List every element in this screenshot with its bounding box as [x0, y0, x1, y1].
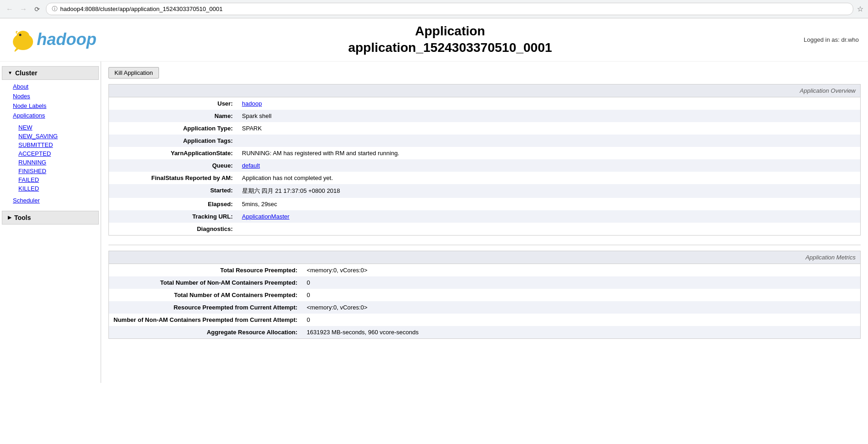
overview-row-name: Name: Spark shell	[109, 110, 861, 122]
total-preempted-label: Total Resource Preempted:	[109, 264, 302, 276]
sidebar-item-nodes[interactable]: Nodes	[9, 91, 101, 101]
name-label: Name:	[109, 110, 238, 122]
overview-row-app-tags: Application Tags:	[109, 135, 861, 147]
sidebar-item-killed[interactable]: KILLED	[17, 184, 101, 193]
sidebar-item-submitted[interactable]: SUBMITTED	[17, 141, 101, 149]
bookmark-star-button[interactable]: ☆	[857, 5, 863, 13]
resource-preempted-value: <memory:0, vCores:0>	[302, 301, 860, 314]
am-preempted-label: Total Number of AM Containers Preempted:	[109, 289, 302, 301]
svg-point-3	[19, 34, 22, 36]
metrics-row-resource-preempted: Resource Preempted from Current Attempt:…	[109, 301, 861, 314]
scheduler-link-area: Scheduler	[0, 194, 101, 207]
non-am-current-label: Number of Non-AM Containers Preempted fr…	[109, 314, 302, 326]
hadoop-text-logo: hadoop	[37, 30, 96, 49]
sidebar-item-failed[interactable]: FAILED	[17, 175, 101, 184]
aggregate-label: Aggregate Resource Allocation:	[109, 326, 302, 339]
browser-chrome: ← → ⟳ ⓘ ☆	[0, 0, 868, 18]
sidebar-item-node-labels[interactable]: Node Labels	[9, 101, 101, 111]
sidebar: ▼ Cluster About Nodes Node Labels Applic…	[0, 62, 101, 383]
lock-icon: ⓘ	[52, 5, 57, 13]
yarn-state-label: YarnApplicationState:	[109, 147, 238, 159]
overview-row-elapsed: Elapsed: 5mins, 29sec	[109, 198, 861, 210]
overview-row-tracking-url: Tracking URL: ApplicationMaster	[109, 210, 861, 223]
kill-application-button[interactable]: Kill Application	[108, 67, 159, 79]
sidebar-item-new[interactable]: NEW	[17, 123, 101, 132]
elapsed-label: Elapsed:	[109, 198, 238, 210]
sidebar-item-applications[interactable]: Applications	[9, 111, 101, 120]
cluster-triangle-icon: ▼	[8, 70, 12, 75]
content-area: Kill Application Application Overview Us…	[101, 62, 868, 354]
name-value: Spark shell	[238, 110, 861, 122]
non-am-current-value: 0	[302, 314, 860, 326]
cluster-section-header[interactable]: ▼ Cluster	[2, 66, 99, 80]
tracking-url-link[interactable]: ApplicationMaster	[242, 213, 289, 220]
user-label: User:	[109, 97, 238, 110]
queue-value: default	[238, 159, 861, 172]
queue-label: Queue:	[109, 159, 238, 172]
tools-label: Tools	[14, 214, 31, 221]
metrics-section-label: Application Metrics	[109, 251, 861, 264]
started-value: 星期六 四月 21 17:37:05 +0800 2018	[238, 184, 861, 198]
elapsed-value: 5mins, 29sec	[238, 198, 861, 210]
app-tags-value	[238, 135, 861, 147]
cluster-section: ▼ Cluster About Nodes Node Labels Applic…	[0, 66, 101, 207]
final-status-label: FinalStatus Reported by AM:	[109, 172, 238, 184]
final-status-value: Application has not completed yet.	[238, 172, 861, 184]
overview-header-row: Application Overview	[109, 84, 861, 97]
tracking-url-value: ApplicationMaster	[238, 210, 861, 223]
tools-section-header[interactable]: ▶ Tools	[2, 211, 99, 225]
application-metrics-table: Application Metrics Total Resource Preem…	[108, 251, 861, 339]
overview-row-yarn-state: YarnApplicationState: RUNNING: AM has re…	[109, 147, 861, 159]
overview-section-label: Application Overview	[109, 84, 861, 97]
application-overview-table: Application Overview User: hadoop Name: …	[108, 84, 861, 236]
page-title: Application application_1524303370510_00…	[96, 23, 804, 56]
sidebar-item-running[interactable]: RUNNING	[17, 158, 101, 167]
overview-row-queue: Queue: default	[109, 159, 861, 172]
app-tags-label: Application Tags:	[109, 135, 238, 147]
diagnostics-value	[238, 223, 861, 236]
queue-link[interactable]: default	[242, 162, 260, 169]
cluster-label: Cluster	[15, 69, 37, 77]
non-am-preempted-label: Total Number of Non-AM Containers Preemp…	[109, 276, 302, 289]
metrics-row-non-am-current: Number of Non-AM Containers Preempted fr…	[109, 314, 861, 326]
non-am-preempted-value: 0	[302, 276, 860, 289]
sidebar-item-accepted[interactable]: ACCEPTED	[17, 149, 101, 158]
overview-row-started: Started: 星期六 四月 21 17:37:05 +0800 2018	[109, 184, 861, 198]
sidebar-item-finished[interactable]: FINISHED	[17, 167, 101, 175]
overview-row-app-type: Application Type: SPARK	[109, 122, 861, 135]
metrics-row-total-preempted: Total Resource Preempted: <memory:0, vCo…	[109, 264, 861, 276]
logo-area: hadoop	[9, 27, 96, 52]
refresh-button[interactable]: ⟳	[32, 4, 42, 14]
back-button[interactable]: ←	[5, 4, 15, 14]
sidebar-item-about[interactable]: About	[9, 82, 101, 91]
address-bar: ⓘ	[46, 3, 853, 15]
overview-row-final-status: FinalStatus Reported by AM: Application …	[109, 172, 861, 184]
tracking-url-label: Tracking URL:	[109, 210, 238, 223]
url-input[interactable]	[60, 6, 847, 12]
sidebar-item-scheduler[interactable]: Scheduler	[9, 196, 101, 205]
resource-preempted-label: Resource Preempted from Current Attempt:	[109, 301, 302, 314]
overview-row-diagnostics: Diagnostics:	[109, 223, 861, 236]
sidebar-item-new-saving[interactable]: NEW_SAVING	[17, 132, 101, 141]
section-divider	[108, 245, 861, 245]
aggregate-value: 1631923 MB-seconds, 960 vcore-seconds	[302, 326, 860, 339]
diagnostics-label: Diagnostics:	[109, 223, 238, 236]
app-type-value: SPARK	[238, 122, 861, 135]
cluster-links: About Nodes Node Labels Applications	[0, 80, 101, 122]
metrics-header-row: Application Metrics	[109, 251, 861, 264]
yarn-state-value: RUNNING: AM has registered with RM and s…	[238, 147, 861, 159]
tools-section: ▶ Tools	[0, 211, 101, 225]
metrics-row-aggregate: Aggregate Resource Allocation: 1631923 M…	[109, 326, 861, 339]
metrics-row-non-am-preempted: Total Number of Non-AM Containers Preemp…	[109, 276, 861, 289]
hadoop-elephant-logo	[9, 27, 37, 52]
page-title-area: Application application_1524303370510_00…	[96, 23, 804, 56]
started-label: Started:	[109, 184, 238, 198]
total-preempted-value: <memory:0, vCores:0>	[302, 264, 860, 276]
tools-triangle-icon: ▶	[8, 215, 11, 220]
forward-button[interactable]: →	[18, 4, 28, 14]
user-link[interactable]: hadoop	[242, 100, 262, 107]
app-sub-links: NEW NEW_SAVING SUBMITTED ACCEPTED RUNNIN…	[0, 122, 101, 194]
page-header: hadoop Application application_152430337…	[0, 18, 868, 62]
svg-point-2	[16, 35, 21, 46]
overview-row-user: User: hadoop	[109, 97, 861, 110]
